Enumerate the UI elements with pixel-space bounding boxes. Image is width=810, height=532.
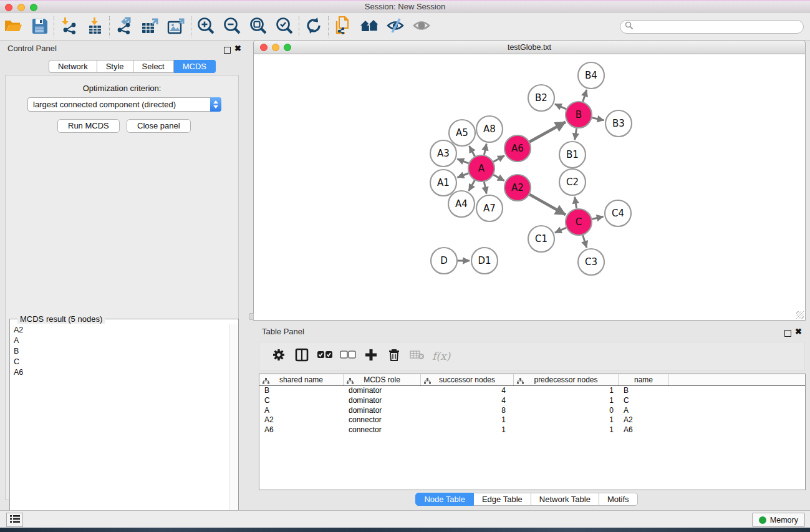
refresh-view-button[interactable] xyxy=(301,15,327,39)
table-row[interactable]: A2connector11A2 xyxy=(259,415,805,425)
close-panel-icon[interactable]: ✖ xyxy=(795,328,802,335)
optimization-criterion-select[interactable]: largest connected component (directed) xyxy=(27,97,221,112)
graph-node-B[interactable]: B xyxy=(566,102,592,128)
show-graphics-details-button[interactable] xyxy=(408,15,435,39)
tab-node-table[interactable]: Node Table xyxy=(415,493,474,506)
function-builder-button[interactable]: f(x) xyxy=(432,350,450,362)
graph-node-B3[interactable]: B3 xyxy=(605,110,632,137)
column-header-shared-name[interactable]: shared name xyxy=(259,374,344,385)
splitter-handle[interactable] xyxy=(249,313,254,320)
run-mcds-button[interactable]: Run MCDS xyxy=(57,119,120,133)
tab-network[interactable]: Network xyxy=(49,60,97,73)
float-panel-icon[interactable] xyxy=(224,45,231,56)
tab-motifs[interactable]: Motifs xyxy=(599,493,638,506)
graph-node-A3[interactable]: A3 xyxy=(430,140,456,167)
zoom-fit-button[interactable] xyxy=(245,15,271,39)
graph-edge-A-A4[interactable] xyxy=(469,180,475,191)
home-view-button[interactable] xyxy=(356,15,382,39)
show-columns-button[interactable] xyxy=(290,345,313,367)
export-image-button[interactable] xyxy=(163,15,190,39)
zoom-selected-button[interactable] xyxy=(271,15,297,39)
network-canvas[interactable]: B4B2BB3A8A5A6A3B1AC2A1A2A4A7C4CC1DD1C3 xyxy=(253,54,806,321)
result-list-item[interactable]: A2 xyxy=(11,324,230,335)
table-options-gear-button[interactable] xyxy=(267,345,290,367)
table-row[interactable]: Cdominator41C xyxy=(259,396,805,406)
close-panel-button[interactable]: Close panel xyxy=(127,119,191,133)
graph-node-A1[interactable]: A1 xyxy=(430,170,456,196)
column-header-predecessor-nodes[interactable]: predecessor nodes xyxy=(514,374,619,385)
memory-button[interactable]: Memory xyxy=(752,513,805,527)
select-all-checks-button[interactable] xyxy=(313,345,336,367)
result-list-scrollbar[interactable] xyxy=(229,324,238,528)
zoom-in-button[interactable] xyxy=(193,15,219,39)
graph-edge-B-B4[interactable] xyxy=(583,90,587,102)
graph-node-B2[interactable]: B2 xyxy=(528,85,554,111)
close-panel-icon[interactable]: ✖ xyxy=(234,45,241,52)
window-resize-grip[interactable] xyxy=(796,311,804,319)
import-network-button[interactable] xyxy=(55,15,82,39)
graph-node-B1[interactable]: B1 xyxy=(559,142,586,168)
tab-mcds[interactable]: MCDS xyxy=(174,60,216,73)
maximize-traffic-light[interactable] xyxy=(30,4,37,11)
graph-edge-A-A8[interactable] xyxy=(484,144,486,155)
minimize-traffic-light[interactable] xyxy=(17,4,25,11)
table-row[interactable]: A6connector11A6 xyxy=(259,425,805,435)
graph-node-A2[interactable]: A2 xyxy=(504,175,531,201)
graph-edge-C-C4[interactable] xyxy=(592,216,603,219)
graph-edge-A-A7[interactable] xyxy=(484,182,486,194)
graph-node-B4[interactable]: B4 xyxy=(578,62,604,89)
graph-edge-A6-B[interactable] xyxy=(529,122,566,142)
table-row[interactable]: Adominator80A xyxy=(259,406,805,416)
graph-node-C3[interactable]: C3 xyxy=(578,249,604,275)
import-table-button[interactable] xyxy=(82,15,108,39)
copy-network-button[interactable] xyxy=(330,15,356,39)
graph-edge-B-B3[interactable] xyxy=(592,118,604,120)
open-session-button[interactable] xyxy=(0,15,26,39)
graph-edge-B-B2[interactable] xyxy=(555,104,566,109)
task-history-button[interactable] xyxy=(6,513,23,527)
close-traffic-light[interactable] xyxy=(260,44,268,51)
graph-edge-C-C3[interactable] xyxy=(583,235,587,248)
result-list-item[interactable]: C xyxy=(11,356,230,367)
graph-edge-A-A5[interactable] xyxy=(469,146,475,157)
tab-style[interactable]: Style xyxy=(97,60,133,73)
graph-node-A5[interactable]: A5 xyxy=(449,120,475,146)
result-list-item[interactable]: A6 xyxy=(11,367,230,377)
search-field[interactable] xyxy=(620,20,804,34)
graph-node-C[interactable]: C xyxy=(566,209,592,235)
delete-rows-button[interactable] xyxy=(382,345,405,367)
result-list-item[interactable]: A xyxy=(11,335,230,346)
result-list-item[interactable]: B xyxy=(11,346,230,356)
maximize-traffic-light[interactable] xyxy=(284,44,291,51)
export-network-button[interactable] xyxy=(111,15,137,39)
column-header-successor-nodes[interactable]: successor nodes xyxy=(421,374,514,385)
graph-node-A8[interactable]: A8 xyxy=(476,116,503,142)
add-row-button[interactable] xyxy=(359,345,382,367)
graph-node-A4[interactable]: A4 xyxy=(448,191,475,217)
delete-table-button[interactable] xyxy=(405,345,428,367)
minimize-traffic-light[interactable] xyxy=(272,44,279,51)
graph-node-C2[interactable]: C2 xyxy=(559,169,586,195)
hide-graphics-details-button[interactable] xyxy=(382,15,408,39)
graph-edge-A-A1[interactable] xyxy=(457,173,468,178)
graph-node-D1[interactable]: D1 xyxy=(471,248,498,274)
column-header-MCDS-role[interactable]: MCDS role xyxy=(344,374,421,385)
save-session-button[interactable] xyxy=(26,15,52,39)
graph-node-C4[interactable]: C4 xyxy=(605,200,631,226)
graph-edge-B-B1[interactable] xyxy=(575,128,577,140)
graph-node-C1[interactable]: C1 xyxy=(528,226,554,252)
tab-select[interactable]: Select xyxy=(133,60,174,73)
graph-edge-C-C1[interactable] xyxy=(555,228,566,233)
graph-node-A6[interactable]: A6 xyxy=(504,135,531,162)
graph-node-A7[interactable]: A7 xyxy=(476,195,503,221)
graph-node-D[interactable]: D xyxy=(431,248,457,274)
close-traffic-light[interactable] xyxy=(5,4,12,11)
graph-edge-C-C2[interactable] xyxy=(575,197,577,209)
column-header-name[interactable]: name xyxy=(619,374,669,385)
graph-edge-A-A3[interactable] xyxy=(457,159,468,163)
network-window-titlebar[interactable]: testGlobe.txt xyxy=(253,40,806,54)
deselect-all-checks-button[interactable] xyxy=(336,345,359,367)
graph-edge-A-A6[interactable] xyxy=(493,156,504,162)
zoom-out-button[interactable] xyxy=(219,15,245,39)
tab-edge-table[interactable]: Edge Table xyxy=(474,493,531,506)
